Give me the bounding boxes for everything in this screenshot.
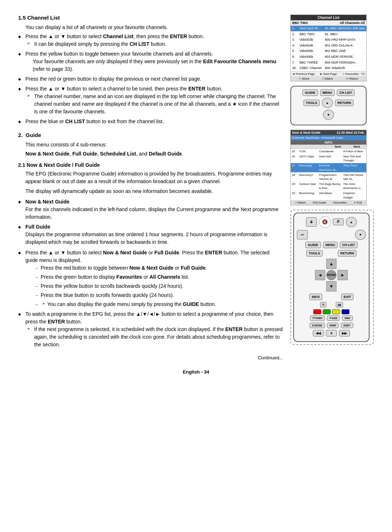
section-1-5-bullets: Press the ▲ or ▼ button to select Channe… (18, 33, 283, 125)
dpad-right[interactable]: ► (338, 270, 348, 280)
gp-header-title: Now & Next Guide (292, 131, 320, 134)
bullet-2: Press the yellow button to toggle betwee… (18, 50, 283, 73)
cl-row-6: 6.Vido006b803 MDR FERNSE.. (291, 54, 366, 60)
section-2: 2. Guide This menu consists of 4 sub-men… (18, 132, 283, 348)
red-btn[interactable] (313, 309, 321, 314)
dpad-down[interactable]: ▼ (326, 281, 336, 291)
pause-btn[interactable]: II (326, 330, 337, 336)
section-2-intro: This menu consists of 4 sub-menus: (18, 141, 283, 149)
ttx-btn[interactable]: TTX/MIX (310, 315, 325, 321)
color-buttons (297, 309, 366, 314)
tools-btn-2[interactable]: TOOLS (306, 250, 323, 257)
section-2-bullets2: Press the ▲ or ▼ button to select Now & … (18, 249, 283, 348)
vol-minus-btn[interactable]: – (297, 230, 308, 239)
bullet-4: Press the ▲ or ▼ button to select a chan… (18, 85, 283, 116)
fwd-btn[interactable]: ▶▶ (339, 330, 350, 336)
r2-info-exit-row: INFO EXIT (297, 294, 366, 300)
gp-column-headers: Now Next (291, 145, 366, 149)
hdmi-btn[interactable]: HDMI (327, 323, 339, 328)
gp-row-3: 27DiscoveryExtreme Machines: Ar..Time Te… (291, 163, 366, 172)
dash-list-1: Press the red button to toggle between N… (25, 264, 283, 308)
gp-header-date: 11:25 Wed 16 Feb. (336, 131, 365, 134)
r2-transport-row: ◀◀ II ▶▶ (297, 330, 366, 336)
cl-row-8: 30.CBBC Channel805 Vida002b (291, 65, 366, 71)
dash-1: Press the red button to toggle between N… (36, 264, 283, 272)
continued-label: Continued... (18, 355, 283, 360)
r2-icon-row: ⚙ 📺 (297, 302, 366, 307)
down-btn-1[interactable]: ▼ (323, 110, 334, 120)
p-label[interactable]: P (333, 218, 344, 225)
gp-row-2: 26UKTV StyleHard SellSew This and Though… (291, 154, 366, 163)
full-guide-header: Full Guide Displays the programme inform… (18, 223, 283, 246)
rew-btn[interactable]: ◀◀ (313, 330, 324, 336)
exit-btn[interactable]: EXIT (341, 294, 354, 300)
dpad-center[interactable]: ENTER (326, 270, 336, 280)
up-btn-1[interactable]: ▲ (322, 98, 333, 108)
gp-row-1: 25TCMCountdownA Patch of Blue (291, 149, 366, 154)
dash-5-arrow: You can also display the guide menu simp… (41, 301, 283, 308)
emode-btn[interactable]: E.MODE (310, 323, 325, 328)
cl-row-7: 7.BBC THREE804 NDR FERNSEH.. (291, 60, 366, 66)
section-1-5: 1.5 Channel List You can display a list … (18, 15, 283, 125)
gp-header: Now & Next Guide 11:25 Wed 16 Feb. (291, 130, 366, 135)
return-btn-1[interactable]: RETURN (335, 100, 354, 106)
remote-1-top-row: GUIDE MENU CH LIST (294, 89, 363, 96)
gp-row-6: 33BoomerangGlendawnInspector Gadget (291, 191, 366, 200)
gp-highlight-text: Extreme Machines: Armoured Cars (291, 135, 366, 140)
r2-tr-row: TOOLS RETURN (297, 250, 366, 257)
cl-row-5: 5.Vido005b802 BBC ONE (291, 48, 366, 54)
now-next-text: For the six channels indicated in the le… (25, 206, 278, 220)
dynamic-text: The display will dynamically update as s… (18, 188, 283, 195)
r2-ttx-row: TTX/MIX P.SIZE DMA (297, 315, 366, 321)
small-icon-1[interactable]: ⚙ (320, 302, 326, 307)
remote-1-bottom-row: TOOLS ▲ RETURN (294, 98, 363, 108)
chlist-btn-2[interactable]: CH LIST (340, 242, 358, 248)
psize-btn[interactable]: P.SIZE (327, 315, 340, 321)
bullet-1-sub: It can be displayed simply by pressing t… (25, 40, 283, 48)
section-1-5-intro: You can display a list of all channels o… (18, 24, 283, 31)
chlist-btn-1[interactable]: CH LIST (337, 89, 355, 96)
r2-gmcl-row: GUIDE MENU CH LIST (297, 242, 366, 248)
bullet-guide-1: Press the ▲ or ▼ button to select Now & … (18, 249, 283, 308)
return-btn-2[interactable]: RETURN (338, 250, 357, 257)
dma-btn[interactable]: DMA (342, 315, 353, 321)
ch-up-btn[interactable]: ▲ (346, 217, 357, 227)
guide-btn-1[interactable]: GUIDE (302, 89, 318, 96)
tools-btn-1[interactable]: TOOLS (303, 100, 320, 106)
menu-btn-1[interactable]: MENU (320, 89, 335, 96)
channel-list-panel: Channel List BBC TWO All Channels-All 1.… (290, 15, 367, 81)
cl-filter: All Channels-All (340, 21, 365, 25)
cl-row-4: 4.Vido004b801 ARD-OnLine-K.. (291, 43, 366, 49)
yellow-btn[interactable] (332, 309, 340, 314)
menu-btn-2[interactable]: MENU (323, 242, 338, 248)
green-btn[interactable] (323, 309, 331, 314)
mute-btn[interactable]: 🔇 (319, 216, 331, 228)
cl-current-channel: BBC TWO (292, 21, 308, 25)
dash-3: Press the yellow button to scrolls backw… (36, 282, 283, 290)
remote-2: + 🔇 P ▲ – ▼ GUIDE MENU CH LIST TOO (293, 213, 369, 342)
dpad-left[interactable]: ◄ (315, 270, 325, 280)
ch-down-btn[interactable]: ▼ (355, 230, 366, 240)
bullet-guide-2-sub: If the next programme is selected, it is… (25, 326, 283, 348)
small-icon-2[interactable]: 📺 (336, 302, 343, 307)
info-btn[interactable]: INFO (309, 294, 322, 300)
bullet-guide-2: To watch a programme in the EPG list, pr… (18, 310, 283, 348)
section-2-title: 2. Guide (18, 132, 283, 138)
r2-vol-row: + 🔇 P ▲ (297, 216, 366, 228)
dpad-up[interactable]: ▲ (326, 259, 336, 269)
bullet-1: Press the ▲ or ▼ button to select Channe… (18, 33, 283, 48)
bullet-2-sub: Your favourite channels are only display… (25, 58, 283, 73)
main-content: 1.5 Channel List You can display a list … (18, 15, 283, 360)
section-2-1-title: 2.1 Now & Next Guide / Full Guide (18, 162, 283, 168)
blue-btn[interactable] (342, 309, 350, 314)
cl-row-3: 3.Vido003b800 ARD-MHP-DATA (291, 37, 366, 43)
guide-btn-2[interactable]: GUIDE (305, 242, 321, 248)
subt-btn[interactable]: SUBT. (341, 323, 353, 328)
dpad: ▲ ▼ ◄ ► ENTER (315, 259, 348, 291)
section-2-1-sub-bullets: Now & Next Guide For the six channels in… (18, 198, 283, 246)
guide-panel: Now & Next Guide 11:25 Wed 16 Feb. Extre… (290, 130, 367, 205)
gp-footer: □ WatchFull GuideFavourites↩ Exit (291, 200, 366, 205)
vol-plus-btn[interactable]: + (306, 217, 317, 227)
cl-footer: ◄ Previous Page ► Next Page ☆ Favourites… (291, 71, 366, 76)
remote-1-arrow-row: ▼ (294, 110, 363, 120)
